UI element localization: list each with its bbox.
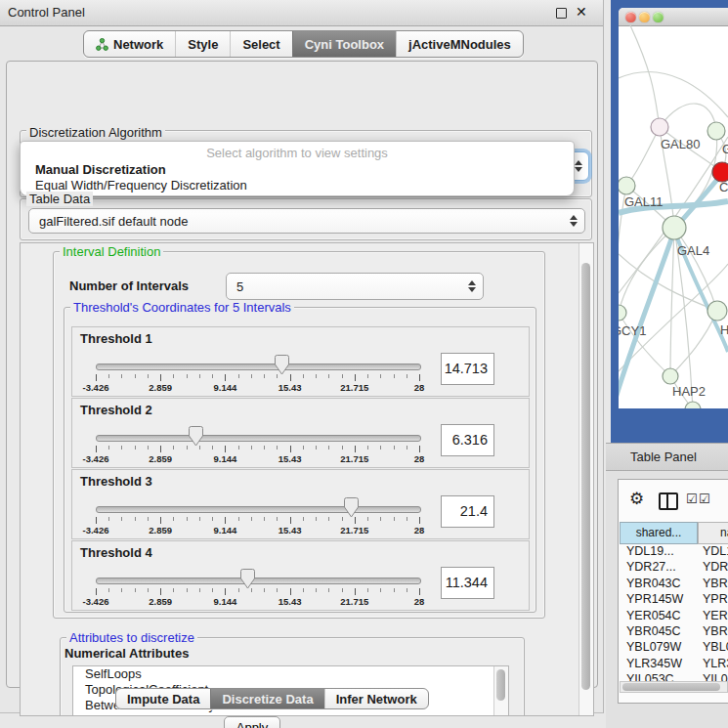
table-panel-body: ⚙ ☑ ☑ shared... na YDL19...YDL1YDR27...Y…: [606, 471, 728, 728]
cyni-toolbox-panel: Discretization Algorithm Select algorith…: [6, 61, 598, 688]
threshold-slider-track[interactable]: [96, 364, 421, 370]
checkbox-icon[interactable]: ☑: [686, 492, 698, 506]
threshold-slider-handle[interactable]: [189, 426, 203, 447]
combo-up-arrow-icon: [468, 280, 476, 285]
control-panel-window: Control Panel ✕ NetworkStyleSelectCyni T…: [0, 0, 604, 713]
network-node-label: C: [719, 180, 728, 194]
gear-icon[interactable]: ⚙: [629, 489, 644, 509]
tab-cyni-toolbox[interactable]: Cyni Toolbox: [292, 31, 396, 57]
threshold-value-field[interactable]: 21.4: [441, 495, 494, 528]
threshold-coordinates-group: Threshold's Coordinates for 5 Intervals …: [64, 307, 536, 613]
network-node[interactable]: [707, 301, 727, 321]
column-header-name[interactable]: na: [698, 522, 728, 544]
combo-down-arrow-icon: [570, 222, 578, 227]
dropdown-placeholder-item[interactable]: Select algorithm to view settings: [21, 146, 574, 160]
table-row[interactable]: YPR145WYPR1: [620, 592, 728, 608]
settings-vertical-scrollbar[interactable]: [578, 243, 593, 715]
tab-style[interactable]: Style: [175, 31, 230, 57]
zoom-traffic-light-icon[interactable]: [653, 12, 664, 22]
float-window-icon[interactable]: [556, 8, 567, 19]
attribute-item[interactable]: SelfLoops: [73, 666, 508, 682]
tick-label: 21.715: [340, 525, 368, 535]
threshold-value-field[interactable]: 14.713: [441, 353, 494, 385]
network-node-label: GAL80: [661, 137, 700, 151]
threshold-slider-handle[interactable]: [240, 569, 255, 589]
split-view-icon[interactable]: [659, 492, 678, 510]
number-of-intervals-value: 5: [236, 279, 243, 294]
table-horizontal-scrollbar[interactable]: [620, 681, 728, 693]
tick-label: 15.43: [278, 453, 302, 464]
threshold-value-field[interactable]: 6.316: [441, 424, 494, 456]
network-node[interactable]: [619, 177, 635, 194]
table-row[interactable]: YBL079WYBL0: [620, 640, 728, 656]
tab-network[interactable]: Network: [84, 31, 175, 57]
network-node[interactable]: [619, 305, 626, 321]
threshold-slider-track[interactable]: [96, 506, 421, 513]
cell-shared-name: YBL079W: [626, 640, 681, 654]
combo-up-arrow-icon: [570, 215, 578, 220]
control-panel-titlebar: Control Panel ✕: [0, 0, 603, 26]
close-traffic-light-icon[interactable]: [625, 12, 636, 22]
table-row[interactable]: YBR045CYBR0: [620, 624, 728, 640]
algorithm-dropdown-popup: Select algorithm to view settings Manual…: [20, 141, 575, 196]
network-node[interactable]: [712, 162, 728, 182]
discretization-algorithm-group-title: Discretization Algorithm: [26, 125, 165, 140]
tab-infer-network[interactable]: Infer Network: [324, 689, 428, 708]
tick-label: 15.43: [278, 525, 302, 535]
tick-label: 9.144: [214, 596, 237, 607]
table-row[interactable]: YBR043CYBR0: [620, 577, 728, 592]
panel-title: Control Panel: [8, 0, 85, 24]
tab-select[interactable]: Select: [230, 31, 291, 57]
threshold-slider-track[interactable]: [96, 435, 421, 442]
network-node-label: GAL4: [677, 243, 709, 258]
cell-shared-name: YDR27...: [626, 560, 676, 574]
tick-label: 2.859: [149, 453, 172, 464]
tick-label: -3.426: [83, 382, 109, 393]
apply-button[interactable]: Apply: [224, 716, 280, 728]
tick-label: 9.144: [214, 382, 237, 393]
threshold-block: Threshold 1 -3.4262.8599.14415.4321.7152…: [71, 326, 530, 397]
table-data-group-title: Table Data: [26, 192, 93, 206]
network-node[interactable]: [663, 368, 678, 384]
table-panel-title: Table Panel: [630, 444, 697, 471]
table-row[interactable]: YLR345WYLR3: [620, 657, 728, 672]
threshold-slider-handle[interactable]: [344, 497, 359, 518]
network-canvas[interactable]: GAL80GCGAL11GAL4GCY1HHAP2: [619, 25, 728, 408]
number-of-intervals-label: Number of Intervals: [69, 278, 189, 293]
tab-jactivemnodules[interactable]: jActiveMNodules: [396, 31, 523, 57]
tick-label: 2.859: [149, 382, 172, 393]
tab-discretize-data[interactable]: Discretize Data: [210, 689, 323, 708]
number-of-intervals-combobox[interactable]: 5: [226, 273, 484, 300]
settings-scroll-pane: Interval Definition Number of Intervals …: [20, 242, 594, 716]
threshold-slider-track[interactable]: [96, 578, 421, 584]
network-node-label: HAP2: [672, 384, 706, 399]
dropdown-option-manual[interactable]: Manual Discretization: [35, 162, 166, 177]
tab-label: jActiveMNodules: [408, 37, 511, 52]
threshold-slider-handle[interactable]: [275, 355, 289, 375]
scrollbar-thumb[interactable]: [581, 263, 590, 690]
network-node[interactable]: [707, 122, 725, 140]
checkbox-icon[interactable]: ☑: [699, 492, 710, 506]
threshold-label: Threshold 4: [80, 545, 152, 560]
tick-label: 9.144: [214, 453, 237, 464]
slider-tick-labels: -3.4262.8599.14415.4321.71528: [96, 525, 419, 535]
table-row[interactable]: YER054CYER0: [620, 609, 728, 624]
table-row[interactable]: YDL19...YDL1: [620, 544, 728, 560]
table-data-combobox[interactable]: galFiltered.sif default node: [28, 208, 585, 234]
network-node[interactable]: [651, 118, 668, 136]
minimize-traffic-light-icon[interactable]: [639, 12, 650, 22]
close-icon[interactable]: ✕: [576, 4, 587, 20]
table-panel-titlebar: Table Panel: [606, 443, 728, 471]
network-node[interactable]: [663, 216, 686, 239]
threshold-value-field[interactable]: 11.344: [441, 567, 494, 599]
slider-tick-labels: -3.4262.8599.14415.4321.71528: [96, 382, 419, 392]
scrollbar-thumb[interactable]: [496, 669, 505, 701]
tab-impute-data[interactable]: Impute Data: [116, 689, 210, 708]
dropdown-option-equal-width[interactable]: Equal Width/Frequency Discretization: [35, 178, 247, 193]
table-row[interactable]: YDR27...YDR2: [620, 560, 728, 576]
column-header-shared-name[interactable]: shared...: [620, 522, 698, 544]
network-node-label: GAL11: [624, 194, 664, 209]
scrollbar-thumb[interactable]: [622, 683, 720, 691]
tick-label: 21.715: [340, 382, 368, 393]
attributes-list-scrollbar[interactable]: [493, 666, 508, 716]
